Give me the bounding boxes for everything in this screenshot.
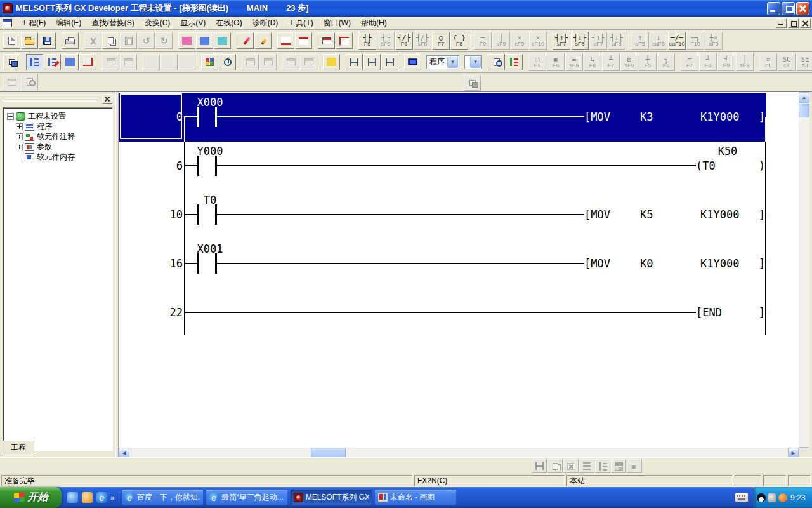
mdi-minimize-button[interactable] xyxy=(776,18,787,28)
volume-icon[interactable] xyxy=(768,493,776,502)
application-instruction-button[interactable]: { }F8 xyxy=(450,32,468,50)
expand-icon[interactable] xyxy=(16,144,23,150)
vertical-scroll-thumb[interactable] xyxy=(799,104,809,117)
qq-icon[interactable] xyxy=(757,493,766,502)
menu-item[interactable]: 查找/替换(S) xyxy=(86,17,139,29)
toolbar-group xyxy=(178,32,232,49)
coil-button[interactable]: ○F7 xyxy=(432,32,450,50)
ladder-canvas[interactable]: 0X000[MOVK3K1Y000]6Y000(T0)K5010T0[MOVK5… xyxy=(119,92,799,448)
panel-grip-handle[interactable] xyxy=(3,97,97,100)
comment-display-button[interactable] xyxy=(323,54,340,70)
function-key-label: F6 xyxy=(663,63,670,69)
rising-pulse-contact-button[interactable]: ┤↑├sF7 xyxy=(553,32,570,50)
zoom-display-1-button[interactable] xyxy=(277,32,294,49)
keyboard-icon[interactable] xyxy=(735,493,749,502)
start-button[interactable]: 开始 xyxy=(0,487,62,508)
copy-button[interactable] xyxy=(102,32,119,49)
project-tree-toggle-button[interactable] xyxy=(506,54,523,70)
tree-item-root[interactable]: 工程未设置 xyxy=(3,111,112,121)
comment-search-button[interactable] xyxy=(488,54,505,70)
menu-item[interactable]: 变换(C) xyxy=(140,17,176,29)
invert-operation-result-button[interactable]: ─/─caF10 xyxy=(668,32,686,50)
remote-operation-button xyxy=(242,54,259,70)
close-button[interactable] xyxy=(796,2,809,15)
task-button-label: 最简“星三角起动... xyxy=(221,492,284,503)
tree-item-param[interactable]: 参数 xyxy=(3,142,112,152)
falling-pulse-contact-button[interactable]: ┤↓├sF8 xyxy=(571,32,589,50)
quicklaunch-icon-2[interactable] xyxy=(82,492,93,503)
forced-io-register-button[interactable] xyxy=(254,32,272,49)
open-contact-button[interactable]: ┤├F5 xyxy=(358,32,376,50)
monitor-stop-button[interactable] xyxy=(363,54,381,70)
write-mode-button[interactable] xyxy=(79,54,96,70)
zoom-display-2-button[interactable] xyxy=(295,32,312,49)
menu-item[interactable]: 工具(T) xyxy=(283,17,318,29)
tree-item-program[interactable]: 程序 xyxy=(3,121,112,131)
project-tab[interactable]: 工程 xyxy=(3,441,34,453)
save-project-button[interactable] xyxy=(39,32,56,49)
program-select-combo[interactable]: 程序▼ xyxy=(426,55,459,69)
menu-item[interactable]: 显示(V) xyxy=(175,17,211,29)
monitor-step-button[interactable] xyxy=(381,54,398,70)
combo-dropdown-icon[interactable]: ▼ xyxy=(447,57,458,68)
new-project-button[interactable] xyxy=(3,32,20,49)
restore-button[interactable] xyxy=(782,2,795,15)
function-key-label: F6 xyxy=(553,63,560,69)
combo-dropdown-icon[interactable]: ▼ xyxy=(470,57,481,68)
scroll-right-icon[interactable]: ▶ xyxy=(788,448,799,458)
mdi-close-button[interactable] xyxy=(800,18,811,28)
horizontal-scrollbar[interactable]: ◀ ▶ xyxy=(119,448,799,458)
menu-item[interactable]: 帮助(H) xyxy=(356,17,392,29)
mdi-restore-button[interactable] xyxy=(788,18,799,28)
find-in-project-button[interactable] xyxy=(336,32,353,49)
minimize-button[interactable] xyxy=(767,2,780,15)
project-data-list-button[interactable] xyxy=(3,54,20,70)
closed-contact-button[interactable]: ┤/├F6 xyxy=(395,32,413,50)
device-search-combo[interactable]: ▼ xyxy=(464,55,482,69)
quicklaunch-overflow-chevron[interactable]: » xyxy=(110,493,115,502)
menu-item[interactable]: 在线(O) xyxy=(211,17,247,29)
ie-icon[interactable]: e xyxy=(96,492,107,503)
device-comment-list-button[interactable] xyxy=(201,54,218,70)
quicklaunch-icon-1[interactable] xyxy=(67,492,78,503)
ladder-edit-mode-button[interactable] xyxy=(44,54,61,70)
scroll-up-icon[interactable]: ▲ xyxy=(799,92,809,103)
tree-item-comment[interactable]: 软元件注释 xyxy=(3,131,112,142)
task-button[interactable]: 未命名 - 画图 xyxy=(375,490,456,505)
task-button[interactable]: e最简“星三角起动... xyxy=(206,490,287,505)
vertical-scrollbar[interactable]: ▲ ▼ xyxy=(799,92,809,458)
task-button[interactable]: e百度一下，你就知... xyxy=(122,490,203,505)
scroll-left-icon[interactable]: ◀ xyxy=(119,448,129,458)
paste-icon xyxy=(125,37,133,45)
find-instruction-button[interactable] xyxy=(196,32,213,49)
tile-ladder-window-button[interactable] xyxy=(318,32,335,49)
app-icon xyxy=(3,3,13,13)
horizontal-scroll-thumb[interactable] xyxy=(311,448,346,458)
entry-data-monitor-button[interactable] xyxy=(404,54,421,70)
task-button[interactable]: MELSOFT系列 GX D... xyxy=(291,490,372,505)
cut-button xyxy=(84,32,102,49)
copy-icon xyxy=(108,37,114,44)
print-button[interactable] xyxy=(62,32,79,49)
security-icon[interactable] xyxy=(778,493,787,502)
collapse-icon[interactable] xyxy=(7,113,14,120)
menu-item[interactable]: 工程(F) xyxy=(16,17,51,29)
expand-icon[interactable] xyxy=(16,133,23,140)
tree-item-mem[interactable]: 软元件内存 xyxy=(3,152,112,162)
ladder-mode-button[interactable] xyxy=(26,54,43,70)
find-device-comment-button[interactable] xyxy=(214,32,231,49)
menu-item[interactable]: 诊断(D) xyxy=(247,17,284,29)
expand-icon[interactable] xyxy=(16,123,23,130)
mdi-child-icon[interactable] xyxy=(3,19,12,27)
menu-item[interactable]: 编辑(E) xyxy=(51,17,86,29)
read-mode-button[interactable] xyxy=(62,54,79,70)
panel-close-icon[interactable] xyxy=(102,94,112,104)
open-project-button[interactable] xyxy=(21,32,38,49)
monitor-start-button[interactable] xyxy=(346,54,363,70)
find-device-button[interactable] xyxy=(178,32,195,49)
status-field-empty xyxy=(735,475,761,486)
function-key-label: F8 xyxy=(456,41,463,47)
clock-setting-button[interactable] xyxy=(219,54,236,70)
menu-item[interactable]: 窗口(W) xyxy=(318,17,356,29)
device-test-write-button[interactable] xyxy=(237,32,254,49)
